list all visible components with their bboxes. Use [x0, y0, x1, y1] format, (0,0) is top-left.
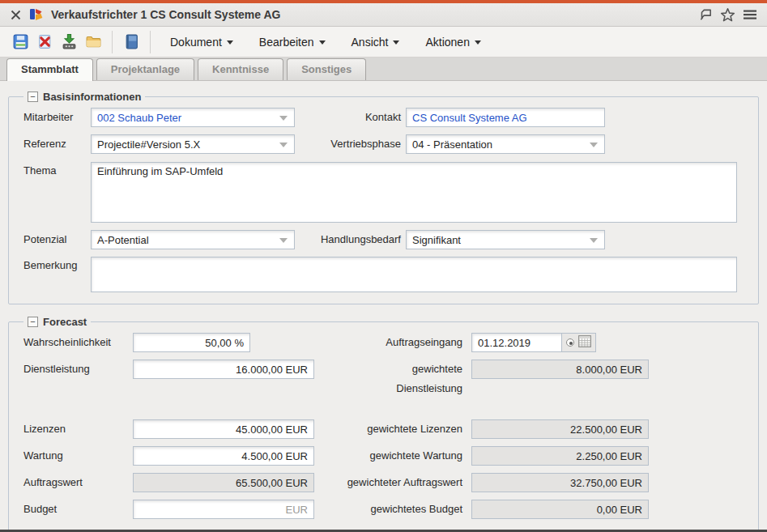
menu-label: Aktionen [425, 36, 469, 49]
gewichteter-auftragswert-field: 32.750,00 EUR [471, 473, 649, 492]
handlungsbedarf-value: Signifikant [412, 234, 461, 246]
gewichtete-lizenzen-value: 22.500,00 EUR [570, 423, 642, 436]
vertriebsphase-label: Vertriebsphase [295, 134, 406, 154]
bemerkung-label: Bemerkung [23, 257, 91, 272]
open-folder-icon[interactable] [81, 31, 105, 53]
tab-sonstiges[interactable]: Sonstiges [287, 58, 366, 80]
bemerkung-textarea[interactable] [91, 257, 737, 292]
potenzial-label: Potenzial [23, 230, 91, 249]
wahrscheinlichkeit-input[interactable]: 50,00 % [133, 333, 250, 352]
form-content: − Basisinformationen Mitarbeiter 002 Sch… [0, 91, 767, 532]
gewichtete-wartung-label: gewichtete Wartung [314, 446, 467, 466]
wahrscheinlichkeit-value: 50,00 % [205, 337, 244, 349]
handlungsbedarf-label: Handlungsbedarf [295, 230, 406, 249]
mitarbeiter-label: Mitarbeiter [23, 108, 91, 127]
auftragseingang-input[interactable]: 01.12.2019 [471, 333, 562, 352]
menu-label: Bearbeiten [259, 36, 314, 49]
dienstleistung-value: 16.000,00 EUR [236, 364, 308, 376]
delete-document-icon[interactable] [32, 31, 57, 53]
toolbar: Dokument Bearbeiten Ansicht Aktionen [0, 27, 767, 57]
tab-stammblatt[interactable]: Stammblatt [6, 58, 93, 81]
wahrscheinlichkeit-label: Wahrscheinlichkeit [23, 333, 133, 352]
chevron-down-icon [590, 238, 598, 243]
basisinformationen-section: − Basisinformationen Mitarbeiter 002 Sch… [8, 91, 759, 304]
chevron-down-icon [279, 143, 288, 147]
gewichtete-lizenzen-label: gewichtete Lizenzen [314, 419, 467, 439]
gewichtetes-budget-value: 0,00 EUR [597, 504, 642, 516]
dienstleistung-input[interactable]: 16.000,00 EUR [133, 360, 314, 379]
kontakt-value: CS Consult Systeme AG [412, 112, 527, 124]
dienstleistung-label: Dienstleistung [23, 360, 133, 379]
save-icon[interactable] [8, 31, 32, 53]
handlungsbedarf-select[interactable]: Signifikant [406, 230, 605, 249]
gewichtete-dienstleistung-label: gewichtete Dienstleistung [314, 360, 467, 398]
mitarbeiter-value: 002 Schaub Peter [97, 112, 181, 124]
window-title: Verkaufstrichter 1 CS Consult Systeme AG [51, 8, 280, 21]
kontakt-field[interactable]: CS Consult Systeme AG [406, 108, 605, 127]
section-title: Forecast [43, 316, 87, 328]
auftragswert-value: 65.500,00 EUR [236, 477, 308, 489]
wartung-label: Wartung [23, 446, 133, 466]
hamburger-menu-icon[interactable] [743, 8, 757, 21]
referenz-value: Projectile#Version 5.X [97, 138, 200, 151]
menu-label: Ansicht [352, 36, 389, 49]
lizenzen-input[interactable]: 45.000,00 EUR [133, 419, 314, 439]
chevron-down-icon [475, 40, 481, 45]
chevron-down-icon [590, 143, 598, 147]
gewichtetes-budget-label: gewichtetes Budget [314, 500, 467, 519]
collapse-toggle-icon[interactable]: − [28, 92, 38, 102]
budget-input[interactable]: EUR [133, 500, 314, 519]
auftragseingang-value: 01.12.2019 [478, 337, 531, 349]
menu-label: Dokument [170, 36, 222, 49]
gewichtete-wartung-field: 2.250,00 EUR [471, 446, 649, 466]
gewichtete-dienstleistung-value: 8.000,00 EUR [576, 364, 642, 376]
budget-label: Budget [23, 500, 133, 519]
section-title: Basisinformationen [43, 91, 141, 103]
referenz-select[interactable]: Projectile#Version 5.X [91, 134, 295, 154]
menu-bearbeiten[interactable]: Bearbeiten [253, 32, 332, 53]
gewichtete-dienstleistung-field: 8.000,00 EUR [471, 360, 649, 379]
gewichtete-wartung-value: 2.250,00 EUR [576, 450, 642, 462]
chevron-down-icon [279, 238, 288, 243]
pin-icon[interactable] [698, 7, 713, 22]
vertriebsphase-select[interactable]: 04 - Präsentation [406, 134, 605, 154]
auftragswert-field: 65.500,00 EUR [133, 473, 314, 492]
gewichteter-auftragswert-label: gewichteter Auftragswert [314, 473, 467, 492]
potenzial-value: A-Potential [97, 234, 149, 246]
tab-bar: Stammblatt Projektanlage Kenntnisse Sons… [0, 57, 767, 81]
menu-dokument[interactable]: Dokument [164, 32, 240, 53]
forecast-section: − Forecast Wahrscheinlichkeit 50,00 % Au… [8, 316, 759, 531]
tab-kenntnisse[interactable]: Kenntnisse [198, 58, 283, 80]
gewichtete-lizenzen-field: 22.500,00 EUR [471, 419, 649, 439]
menu-aktionen[interactable]: Aktionen [419, 32, 487, 53]
close-icon[interactable] [10, 9, 22, 21]
lizenzen-value: 45.000,00 EUR [236, 423, 308, 436]
thema-textarea[interactable]: Einführung im SAP-Umfeld [91, 162, 737, 223]
referenz-label: Referenz [23, 134, 91, 154]
journal-icon[interactable] [119, 31, 143, 53]
chevron-down-icon [279, 116, 288, 121]
collapse-toggle-icon[interactable]: − [28, 317, 38, 327]
date-radio-button[interactable] [566, 338, 574, 347]
chevron-down-icon [227, 40, 233, 45]
chevron-down-icon [319, 40, 326, 45]
import-icon[interactable] [57, 31, 81, 53]
gewichteter-auftragswert-value: 32.750,00 EUR [570, 477, 642, 489]
potenzial-select[interactable]: A-Potential [91, 230, 295, 249]
wartung-input[interactable]: 4.500,00 EUR [133, 446, 314, 466]
star-icon[interactable] [720, 7, 735, 23]
calendar-icon[interactable] [578, 335, 591, 350]
mitarbeiter-select[interactable]: 002 Schaub Peter [91, 108, 295, 127]
title-bar: Verkaufstrichter 1 CS Consult Systeme AG [0, 3, 767, 27]
kontakt-label: Kontakt [295, 108, 406, 127]
toolbar-separator [112, 31, 113, 53]
chevron-down-icon [393, 40, 399, 45]
toolbar-separator [150, 31, 151, 53]
vertriebsphase-value: 04 - Präsentation [412, 138, 492, 151]
date-addon [562, 333, 596, 352]
auftragseingang-date-widget: 01.12.2019 [471, 333, 596, 352]
auftragseingang-label: Auftragseingang [314, 333, 467, 352]
tab-projektanlage[interactable]: Projektanlage [96, 58, 194, 80]
menu-ansicht[interactable]: Ansicht [345, 32, 407, 53]
lizenzen-label: Lizenzen [23, 419, 133, 439]
